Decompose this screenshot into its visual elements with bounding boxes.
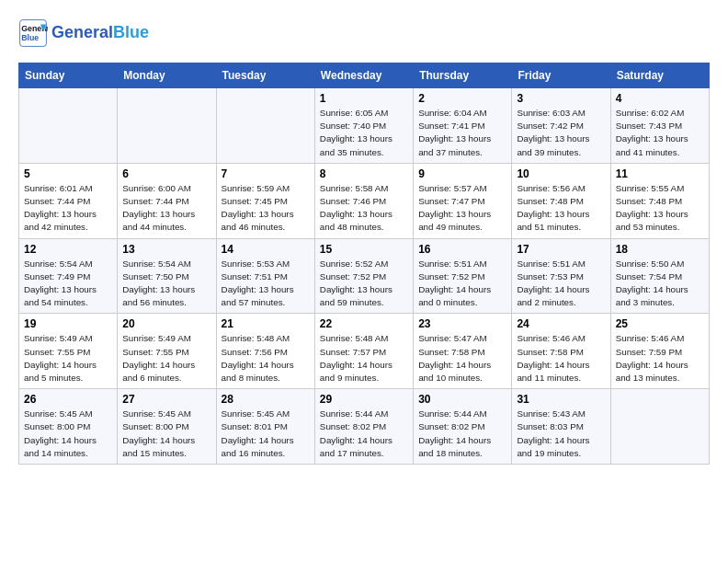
day-info: Sunrise: 5:51 AMSunset: 7:53 PMDaylight:… — [517, 258, 605, 310]
day-info: Sunrise: 5:45 AMSunset: 8:00 PMDaylight:… — [24, 408, 112, 460]
day-number: 4 — [616, 92, 704, 105]
calendar-cell: 24Sunrise: 5:46 AMSunset: 7:58 PMDayligh… — [512, 314, 610, 389]
calendar-cell: 6Sunrise: 6:00 AMSunset: 7:44 PMDaylight… — [118, 163, 216, 238]
day-number: 19 — [24, 317, 112, 330]
weekday-header-thursday: Thursday — [414, 63, 512, 88]
day-info: Sunrise: 5:55 AMSunset: 7:48 PMDaylight:… — [616, 182, 704, 235]
day-number: 24 — [517, 317, 605, 330]
calendar-cell: 11Sunrise: 5:55 AMSunset: 7:48 PMDayligh… — [610, 163, 709, 238]
day-info: Sunrise: 6:02 AMSunset: 7:43 PMDaylight:… — [616, 107, 704, 159]
day-number: 16 — [418, 243, 506, 256]
day-number: 22 — [320, 317, 408, 330]
calendar-week-3: 19Sunrise: 5:49 AMSunset: 7:55 PMDayligh… — [19, 314, 710, 389]
weekday-header-sunday: Sunday — [19, 63, 118, 88]
day-number: 15 — [320, 243, 408, 256]
day-info: Sunrise: 5:46 AMSunset: 7:59 PMDaylight:… — [616, 332, 704, 385]
weekday-header-row: SundayMondayTuesdayWednesdayThursdayFrid… — [19, 63, 710, 88]
calendar-cell: 26Sunrise: 5:45 AMSunset: 8:00 PMDayligh… — [19, 389, 118, 465]
day-info: Sunrise: 5:46 AMSunset: 7:58 PMDaylight:… — [517, 332, 605, 385]
day-info: Sunrise: 5:49 AMSunset: 7:55 PMDaylight:… — [24, 332, 112, 385]
day-number: 20 — [122, 317, 210, 330]
calendar-cell: 27Sunrise: 5:45 AMSunset: 8:00 PMDayligh… — [118, 389, 216, 465]
day-info: Sunrise: 5:57 AMSunset: 7:47 PMDaylight:… — [418, 182, 506, 235]
day-number: 21 — [222, 317, 310, 330]
day-info: Sunrise: 5:49 AMSunset: 7:55 PMDaylight:… — [122, 332, 210, 385]
calendar-cell: 1Sunrise: 6:05 AMSunset: 7:40 PMDaylight… — [314, 88, 413, 164]
calendar-cell: 23Sunrise: 5:47 AMSunset: 7:58 PMDayligh… — [414, 314, 512, 389]
day-number: 11 — [616, 167, 704, 180]
day-info: Sunrise: 5:44 AMSunset: 8:02 PMDaylight:… — [418, 408, 506, 460]
calendar-cell: 21Sunrise: 5:48 AMSunset: 7:56 PMDayligh… — [216, 314, 314, 389]
calendar-cell — [118, 88, 216, 164]
day-info: Sunrise: 5:43 AMSunset: 8:03 PMDaylight:… — [517, 408, 605, 460]
calendar-week-4: 26Sunrise: 5:45 AMSunset: 8:00 PMDayligh… — [19, 389, 710, 465]
day-info: Sunrise: 5:45 AMSunset: 8:01 PMDaylight:… — [222, 408, 310, 460]
day-info: Sunrise: 6:00 AMSunset: 7:44 PMDaylight:… — [122, 182, 210, 235]
calendar-cell: 13Sunrise: 5:54 AMSunset: 7:50 PMDayligh… — [118, 238, 216, 314]
day-number: 1 — [320, 92, 408, 105]
calendar-table: SundayMondayTuesdayWednesdayThursdayFrid… — [18, 63, 710, 465]
day-info: Sunrise: 5:47 AMSunset: 7:58 PMDaylight:… — [418, 332, 506, 385]
logo-text: GeneralBlue — [51, 23, 149, 43]
calendar-cell: 12Sunrise: 5:54 AMSunset: 7:49 PMDayligh… — [19, 238, 118, 314]
day-info: Sunrise: 5:59 AMSunset: 7:45 PMDaylight:… — [222, 182, 310, 235]
weekday-header-wednesday: Wednesday — [314, 63, 413, 88]
calendar-cell — [19, 88, 118, 164]
day-number: 6 — [122, 167, 210, 180]
day-number: 25 — [616, 317, 704, 330]
day-info: Sunrise: 6:03 AMSunset: 7:42 PMDaylight:… — [517, 107, 605, 159]
calendar-cell — [610, 389, 709, 465]
calendar-cell: 14Sunrise: 5:53 AMSunset: 7:51 PMDayligh… — [216, 238, 314, 314]
day-info: Sunrise: 5:51 AMSunset: 7:52 PMDaylight:… — [418, 258, 506, 310]
calendar-cell: 30Sunrise: 5:44 AMSunset: 8:02 PMDayligh… — [414, 389, 512, 465]
calendar-cell: 22Sunrise: 5:48 AMSunset: 7:57 PMDayligh… — [314, 314, 413, 389]
day-info: Sunrise: 5:48 AMSunset: 7:56 PMDaylight:… — [222, 332, 310, 385]
calendar-cell: 9Sunrise: 5:57 AMSunset: 7:47 PMDaylight… — [414, 163, 512, 238]
logo: General Blue GeneralBlue — [18, 18, 149, 48]
day-info: Sunrise: 6:01 AMSunset: 7:44 PMDaylight:… — [24, 182, 112, 235]
day-info: Sunrise: 5:54 AMSunset: 7:49 PMDaylight:… — [24, 258, 112, 310]
day-info: Sunrise: 5:54 AMSunset: 7:50 PMDaylight:… — [122, 258, 210, 310]
logo-icon: General Blue — [18, 18, 48, 48]
calendar-cell — [216, 88, 314, 164]
calendar-cell: 10Sunrise: 5:56 AMSunset: 7:48 PMDayligh… — [512, 163, 610, 238]
day-number: 23 — [418, 317, 506, 330]
calendar-cell: 7Sunrise: 5:59 AMSunset: 7:45 PMDaylight… — [216, 163, 314, 238]
calendar-cell: 2Sunrise: 6:04 AMSunset: 7:41 PMDaylight… — [414, 88, 512, 164]
calendar-cell: 19Sunrise: 5:49 AMSunset: 7:55 PMDayligh… — [19, 314, 118, 389]
calendar-cell: 3Sunrise: 6:03 AMSunset: 7:42 PMDaylight… — [512, 88, 610, 164]
day-number: 9 — [418, 167, 506, 180]
day-number: 7 — [222, 167, 310, 180]
day-info: Sunrise: 5:45 AMSunset: 8:00 PMDaylight:… — [122, 408, 210, 460]
day-info: Sunrise: 6:05 AMSunset: 7:40 PMDaylight:… — [320, 107, 408, 159]
day-number: 5 — [24, 167, 112, 180]
calendar-cell: 4Sunrise: 6:02 AMSunset: 7:43 PMDaylight… — [610, 88, 709, 164]
day-number: 2 — [418, 92, 506, 105]
day-info: Sunrise: 5:50 AMSunset: 7:54 PMDaylight:… — [616, 258, 704, 310]
weekday-header-tuesday: Tuesday — [216, 63, 314, 88]
day-number: 14 — [222, 243, 310, 256]
day-number: 18 — [616, 243, 704, 256]
calendar-week-0: 1Sunrise: 6:05 AMSunset: 7:40 PMDaylight… — [19, 88, 710, 164]
day-info: Sunrise: 6:04 AMSunset: 7:41 PMDaylight:… — [418, 107, 506, 159]
calendar-cell: 16Sunrise: 5:51 AMSunset: 7:52 PMDayligh… — [414, 238, 512, 314]
day-number: 30 — [418, 393, 506, 406]
calendar-body: 1Sunrise: 6:05 AMSunset: 7:40 PMDaylight… — [19, 88, 710, 465]
calendar-cell: 25Sunrise: 5:46 AMSunset: 7:59 PMDayligh… — [610, 314, 709, 389]
calendar-cell: 15Sunrise: 5:52 AMSunset: 7:52 PMDayligh… — [314, 238, 413, 314]
day-info: Sunrise: 5:48 AMSunset: 7:57 PMDaylight:… — [320, 332, 408, 385]
day-info: Sunrise: 5:44 AMSunset: 8:02 PMDaylight:… — [320, 408, 408, 460]
calendar-cell: 8Sunrise: 5:58 AMSunset: 7:46 PMDaylight… — [314, 163, 413, 238]
day-number: 12 — [24, 243, 112, 256]
weekday-header-friday: Friday — [512, 63, 610, 88]
day-info: Sunrise: 5:56 AMSunset: 7:48 PMDaylight:… — [517, 182, 605, 235]
day-info: Sunrise: 5:53 AMSunset: 7:51 PMDaylight:… — [222, 258, 310, 310]
day-number: 13 — [122, 243, 210, 256]
day-number: 27 — [122, 393, 210, 406]
calendar-week-2: 12Sunrise: 5:54 AMSunset: 7:49 PMDayligh… — [19, 238, 710, 314]
calendar-cell: 31Sunrise: 5:43 AMSunset: 8:03 PMDayligh… — [512, 389, 610, 465]
calendar-cell: 28Sunrise: 5:45 AMSunset: 8:01 PMDayligh… — [216, 389, 314, 465]
calendar-cell: 5Sunrise: 6:01 AMSunset: 7:44 PMDaylight… — [19, 163, 118, 238]
svg-text:Blue: Blue — [21, 33, 39, 42]
day-number: 17 — [517, 243, 605, 256]
